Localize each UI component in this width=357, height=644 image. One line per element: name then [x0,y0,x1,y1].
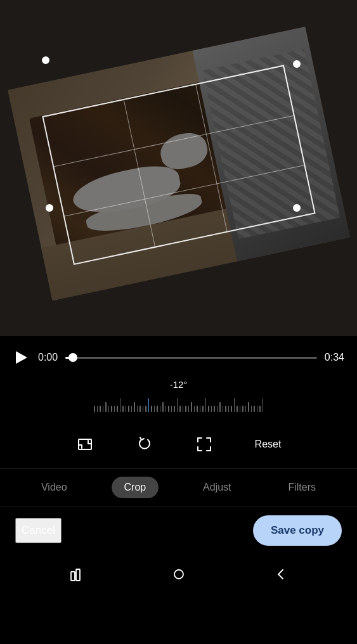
scrubber-track[interactable] [65,357,317,359]
tick [117,406,118,412]
tick [140,406,141,412]
reset-button[interactable]: Reset [250,434,287,455]
crop-handle-tl[interactable] [41,56,50,65]
recent-apps-icon [70,567,84,581]
current-time: 0:00 [38,352,58,363]
tick [219,402,221,412]
ruler-ticks [94,398,263,412]
aspect-ratio-icon [77,436,93,453]
scrubber-thumb[interactable] [68,353,77,362]
play-icon [16,351,27,364]
photo-image [7,27,349,300]
svg-rect-1 [71,572,75,581]
tick [171,406,172,412]
tick [234,398,235,412]
tick [100,406,101,412]
tick [240,406,241,412]
svg-rect-2 [76,569,80,581]
tick [103,406,104,412]
tick [168,406,169,412]
home-icon [172,567,186,581]
tick [143,406,144,412]
tick [122,406,124,412]
tick [157,406,158,412]
tools-row: Reset [0,425,357,469]
rotation-ruler[interactable] [6,395,351,415]
tick [228,406,230,412]
tick [154,406,155,412]
crop-handle-bl[interactable] [46,204,53,212]
tick [217,406,218,412]
tick [97,406,98,412]
tab-video[interactable]: Video [29,477,80,498]
tick [105,402,107,412]
tick [162,402,164,412]
tick [94,406,95,412]
photo-background [0,0,357,336]
tick [177,398,178,412]
tick [126,406,127,412]
cancel-button[interactable]: Cancel [15,518,62,543]
tick [245,406,247,412]
expand-icon [196,436,212,453]
tick [174,406,175,412]
back-icon [274,567,288,581]
tick [254,406,255,412]
tick [111,406,112,412]
tick [188,406,190,412]
tick [134,402,135,412]
tick [191,402,192,412]
recent-apps-button[interactable] [65,562,89,590]
tick [205,398,207,412]
tick [179,406,181,412]
save-copy-button[interactable]: Save copy [253,515,342,546]
tick [263,398,264,412]
tick [225,406,226,412]
tick [114,406,115,412]
playback-row: 0:00 0:34 [0,349,357,366]
tick [137,406,138,412]
tick [108,406,110,412]
expand-button[interactable] [190,430,218,458]
tick [211,406,212,412]
tick [166,406,167,412]
rotate-button[interactable] [131,430,159,458]
tick [251,406,252,412]
controls-area: 0:00 0:34 -12° [0,336,357,603]
tab-filters[interactable]: Filters [275,477,328,498]
tick [259,406,261,412]
tick [257,406,258,412]
tick [194,406,195,412]
tick [202,406,204,412]
tick [145,406,146,412]
rotate-icon [136,436,153,453]
tab-crop[interactable]: Crop [112,477,159,498]
tick [131,406,133,412]
tick [128,406,129,412]
angle-label: -12° [170,379,188,390]
back-button[interactable] [269,562,293,590]
home-button[interactable] [167,562,191,590]
tab-row: Video Crop Adjust Filters [0,469,357,506]
angle-row: -12° [0,379,357,415]
aspect-ratio-button[interactable] [71,430,99,458]
crop-handle-br[interactable] [293,204,301,212]
image-editor-area [0,0,357,336]
tick [183,406,184,412]
tick [223,406,224,412]
play-button[interactable] [13,349,30,366]
tick [237,406,238,412]
tick [200,406,201,412]
nav-bar [0,555,357,603]
action-row: Cancel Save copy [0,506,357,555]
tab-adjust[interactable]: Adjust [190,477,243,498]
tick-active [148,398,150,412]
tick [208,406,209,412]
tick [214,406,215,412]
crop-handle-tr[interactable] [293,60,301,68]
tick [160,406,161,412]
tick [231,406,232,412]
tick [248,402,249,412]
tick [185,406,186,412]
tick [151,406,152,412]
